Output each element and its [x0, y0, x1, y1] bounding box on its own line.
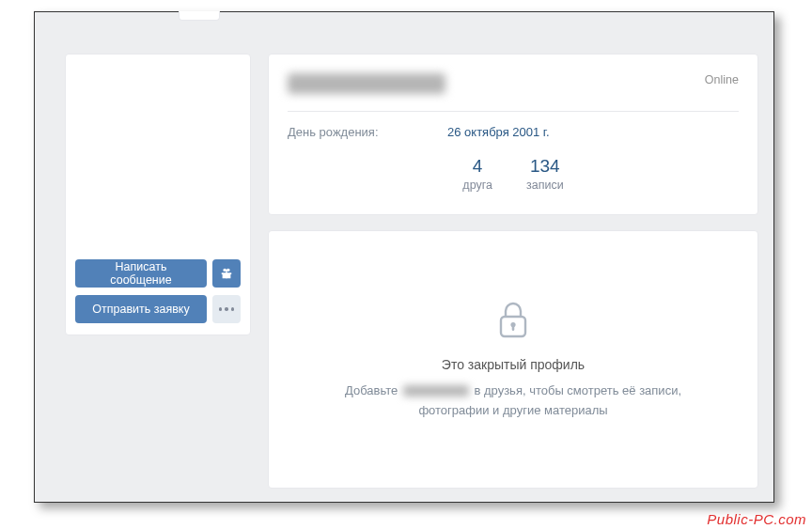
profile-name-hidden: [288, 73, 445, 94]
svg-rect-0: [226, 271, 226, 278]
profile-actions: Написать сообщение Отправить заявку: [75, 259, 241, 323]
friend-row: Отправить заявку: [75, 295, 241, 323]
friend-request-label: Отправить заявку: [92, 303, 189, 316]
write-message-label: Написать сообщение: [86, 260, 195, 287]
svg-rect-3: [512, 325, 515, 331]
birthday-row: День рождения: 26 октября 2001 г.: [288, 125, 739, 139]
more-icon: [219, 307, 235, 311]
send-friend-request-button[interactable]: Отправить заявку: [75, 295, 207, 323]
private-title: Это закрытый профиль: [442, 357, 585, 372]
profile-photo-placeholder: [75, 64, 241, 250]
watermark: Public-PC.com: [707, 511, 806, 527]
header-divider: [288, 111, 739, 112]
send-gift-button[interactable]: [212, 259, 241, 288]
write-message-button[interactable]: Написать сообщение: [75, 259, 207, 288]
top-notch: [179, 11, 220, 21]
profile-photo-card: Написать сообщение Отправить заявку: [65, 54, 251, 335]
private-sub-suffix1: в друзья, чтобы смотреть её записи,: [471, 383, 681, 397]
private-sub-prefix: Добавьте: [345, 383, 401, 397]
profile-header-card: Online День рождения: 26 октября 2001 г.…: [268, 54, 758, 215]
counter-posts-label: записи: [526, 179, 564, 192]
right-column: Online День рождения: 26 октября 2001 г.…: [268, 54, 758, 489]
window-frame: Написать сообщение Отправить заявку: [34, 11, 774, 503]
counter-posts[interactable]: 134 записи: [526, 156, 564, 192]
counter-posts-value: 134: [526, 156, 564, 177]
private-subtitle: Добавьте в друзья, чтобы смотреть её зап…: [345, 381, 681, 421]
birthday-value[interactable]: 26 октября 2001 г.: [447, 125, 550, 139]
left-column: Написать сообщение Отправить заявку: [65, 54, 251, 489]
message-row: Написать сообщение: [75, 259, 241, 288]
private-profile-card: Это закрытый профиль Добавьте в друзья, …: [268, 230, 758, 489]
private-sub-name-hidden: [403, 385, 469, 397]
counters-row: 4 друга 134 записи: [288, 139, 739, 195]
header-row: Online: [288, 73, 739, 94]
more-actions-button[interactable]: [212, 295, 241, 323]
counter-friends-label: друга: [462, 179, 492, 192]
lock-icon: [496, 299, 530, 340]
content-area: Написать сообщение Отправить заявку: [65, 54, 758, 489]
private-sub-line2: фотографии и другие материалы: [418, 403, 607, 417]
counter-friends-value: 4: [462, 156, 492, 177]
counter-friends[interactable]: 4 друга: [462, 156, 492, 192]
gift-icon: [220, 267, 233, 280]
online-status: Online: [705, 73, 739, 86]
birthday-label: День рождения:: [288, 125, 447, 139]
